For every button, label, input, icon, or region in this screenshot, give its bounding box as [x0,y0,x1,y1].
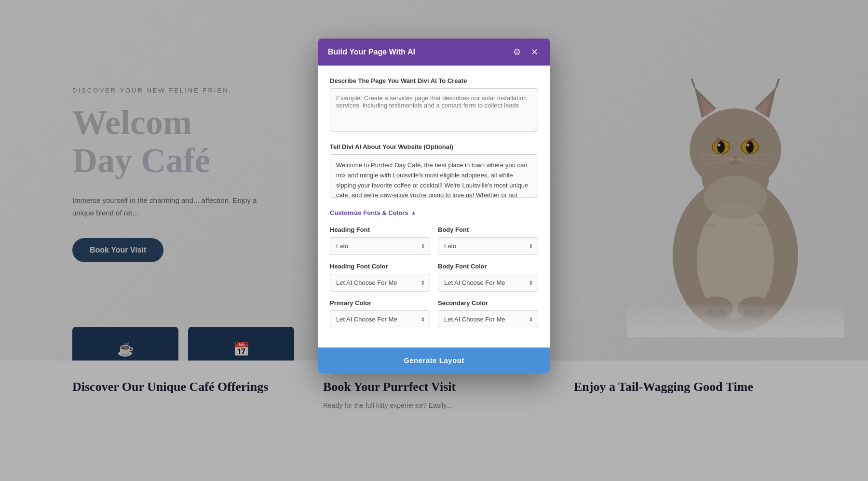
secondary-color-select[interactable]: Let AI Choose For Me Custom Color [438,310,538,328]
describe-label: Describe The Page You Want Divi AI To Cr… [330,77,538,84]
primary-color-col: Primary Color Let AI Choose For Me Custo… [330,299,430,328]
body-color-select[interactable]: Let AI Choose For Me Custom Color [438,274,538,292]
secondary-color-label: Secondary Color [438,299,538,307]
heading-color-wrapper: Let AI Choose For Me Custom Color ⬍ [330,274,430,292]
heading-color-label: Heading Font Color [330,263,430,270]
website-label: Tell Divi AI About Your Website (Optiona… [330,143,538,150]
primary-color-select[interactable]: Let AI Choose For Me Custom Color [330,310,430,328]
chevron-up-icon: ▲ [411,210,416,215]
body-font-col: Body Font Lato Roboto Open Sans Montserr… [438,226,538,255]
modal-header: Build Your Page With AI ⚙ ✕ [318,39,550,66]
font-color-row: Heading Font Color Let AI Choose For Me … [330,263,538,292]
font-row: Heading Font Lato Roboto Open Sans Monts… [330,226,538,255]
generate-layout-button[interactable]: Generate Layout [318,347,550,373]
ai-modal: Build Your Page With AI ⚙ ✕ Describe The… [318,39,550,373]
close-button[interactable]: ✕ [529,46,540,58]
describe-textarea[interactable] [330,88,538,132]
modal-body: Describe The Page You Want Divi AI To Cr… [318,66,550,347]
modal-header-actions: ⚙ ✕ [511,46,540,58]
body-font-wrapper: Lato Roboto Open Sans Montserrat ⬍ [438,237,538,255]
body-color-label: Body Font Color [438,263,538,270]
heading-color-select[interactable]: Let AI Choose For Me Custom Color [330,274,430,292]
color-row: Primary Color Let AI Choose For Me Custo… [330,299,538,328]
customize-label: Customize Fonts & Colors [330,209,408,216]
website-textarea[interactable]: Welcome to Purrfect Day Café, the best p… [330,154,538,198]
heading-font-label: Heading Font [330,226,430,233]
settings-button[interactable]: ⚙ [511,46,523,58]
secondary-color-wrapper: Let AI Choose For Me Custom Color ⬍ [438,310,538,328]
gear-icon: ⚙ [513,47,521,57]
body-color-col: Body Font Color Let AI Choose For Me Cus… [438,263,538,292]
modal-footer: Generate Layout [318,347,550,373]
heading-font-col: Heading Font Lato Roboto Open Sans Monts… [330,226,430,255]
heading-font-select[interactable]: Lato Roboto Open Sans Montserrat [330,237,430,255]
heading-font-wrapper: Lato Roboto Open Sans Montserrat ⬍ [330,237,430,255]
body-color-wrapper: Let AI Choose For Me Custom Color ⬍ [438,274,538,292]
body-font-select[interactable]: Lato Roboto Open Sans Montserrat [438,237,538,255]
primary-color-wrapper: Let AI Choose For Me Custom Color ⬍ [330,310,430,328]
body-font-label: Body Font [438,226,538,233]
heading-color-col: Heading Font Color Let AI Choose For Me … [330,263,430,292]
primary-color-label: Primary Color [330,299,430,307]
modal-title: Build Your Page With AI [328,48,415,56]
customize-toggle-button[interactable]: Customize Fonts & Colors ▲ [330,209,416,216]
close-icon: ✕ [531,47,538,57]
modal-overlay: Build Your Page With AI ⚙ ✕ Describe The… [0,0,868,481]
secondary-color-col: Secondary Color Let AI Choose For Me Cus… [438,299,538,328]
